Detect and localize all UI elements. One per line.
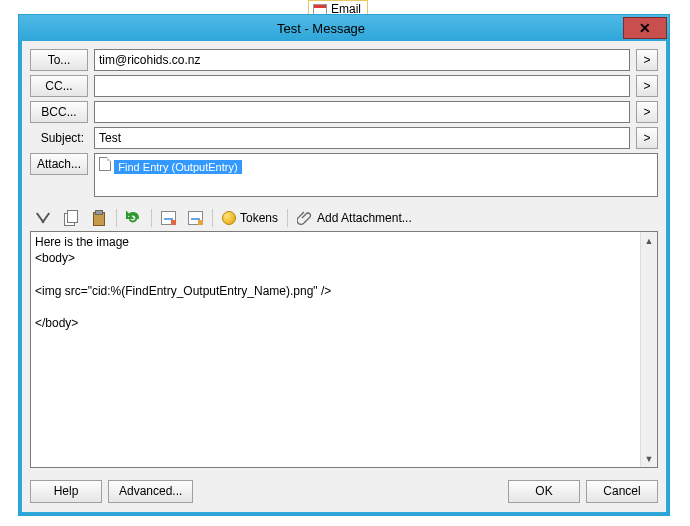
scroll-track[interactable]: [641, 249, 657, 450]
window-title: Test - Message: [19, 21, 623, 36]
insert-field-button-1[interactable]: [156, 207, 181, 229]
toolbar-separator: [287, 209, 288, 227]
toolbar-separator: [151, 209, 152, 227]
header-grid: To... > CC... > BCC... > Subject: >: [30, 49, 658, 149]
footer-buttons: Help Advanced... OK Cancel: [30, 478, 658, 504]
titlebar: Test - Message ✕: [19, 15, 669, 41]
undo-button[interactable]: [121, 207, 147, 229]
advanced-button[interactable]: Advanced...: [108, 480, 193, 503]
attachment-file-icon: [99, 157, 111, 171]
client-area: To... > CC... > BCC... > Subject: > Atta…: [19, 41, 669, 515]
email-icon: [313, 4, 327, 15]
attachments-box[interactable]: Find Entry (OutputEntry): [94, 153, 658, 197]
vertical-scrollbar[interactable]: ▲ ▼: [640, 232, 657, 467]
bcc-input[interactable]: [94, 101, 630, 123]
subject-input[interactable]: [94, 127, 630, 149]
subject-expand-button[interactable]: >: [636, 127, 658, 149]
help-button[interactable]: Help: [30, 480, 102, 503]
message-window: Test - Message ✕ To... > CC... > BCC... …: [18, 14, 670, 516]
to-expand-button[interactable]: >: [636, 49, 658, 71]
to-button[interactable]: To...: [30, 49, 88, 71]
add-attachment-label: Add Attachment...: [317, 211, 412, 225]
add-attachment-button[interactable]: Add Attachment...: [292, 207, 417, 229]
ok-button[interactable]: OK: [508, 480, 580, 503]
tokens-button[interactable]: Tokens: [217, 207, 283, 229]
copy-icon: [63, 210, 79, 226]
paperclip-icon: [297, 210, 313, 226]
scroll-down-arrow[interactable]: ▼: [641, 450, 657, 467]
cc-input[interactable]: [94, 75, 630, 97]
toolbar-separator: [116, 209, 117, 227]
copy-button[interactable]: [58, 207, 84, 229]
tokens-label: Tokens: [240, 211, 278, 225]
attach-row: Attach... Find Entry (OutputEntry): [30, 153, 658, 197]
editor-container: ▲ ▼: [30, 231, 658, 468]
close-icon: ✕: [639, 20, 651, 36]
attachment-label: Find Entry (OutputEntry): [118, 161, 237, 173]
editor-toolbar: Tokens Add Attachment...: [30, 207, 658, 229]
attach-button[interactable]: Attach...: [30, 153, 88, 175]
body-editor[interactable]: [31, 232, 640, 467]
attachment-item[interactable]: Find Entry (OutputEntry): [114, 160, 241, 174]
close-button[interactable]: ✕: [623, 17, 667, 39]
scissors-icon: [35, 210, 51, 226]
token-icon: [222, 211, 236, 225]
field-icon: [161, 211, 176, 225]
subject-label: Subject:: [30, 127, 88, 149]
cc-expand-button[interactable]: >: [636, 75, 658, 97]
undo-icon: [126, 210, 142, 226]
bcc-expand-button[interactable]: >: [636, 101, 658, 123]
scroll-up-arrow[interactable]: ▲: [641, 232, 657, 249]
cc-button[interactable]: CC...: [30, 75, 88, 97]
paste-icon: [91, 210, 107, 226]
toolbar-separator: [212, 209, 213, 227]
bcc-button[interactable]: BCC...: [30, 101, 88, 123]
cut-button[interactable]: [30, 207, 56, 229]
insert-field-button-2[interactable]: [183, 207, 208, 229]
to-input[interactable]: [94, 49, 630, 71]
field-icon: [188, 211, 203, 225]
cancel-button[interactable]: Cancel: [586, 480, 658, 503]
paste-button[interactable]: [86, 207, 112, 229]
